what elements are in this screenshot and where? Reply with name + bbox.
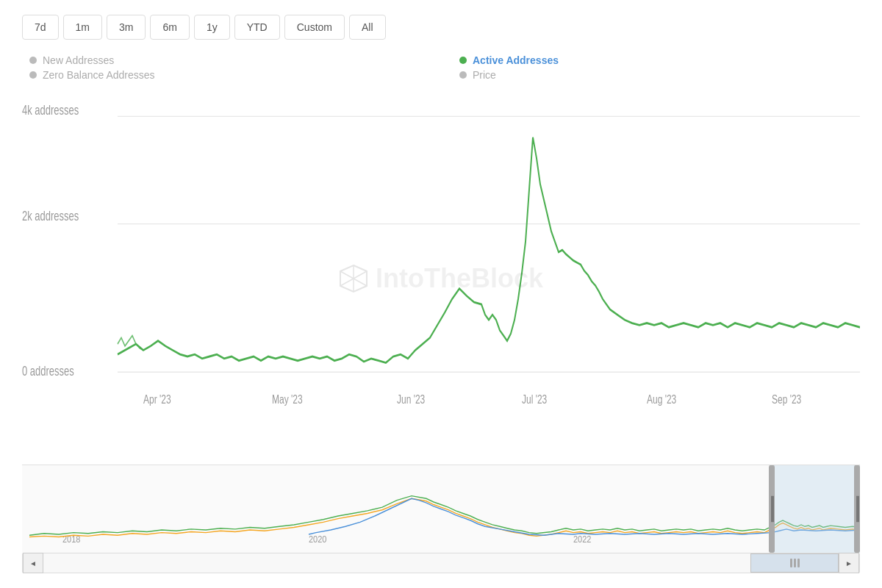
svg-text:2020: 2020 xyxy=(309,534,327,545)
main-chart-svg: 4k addresses 2k addresses 0 addresses Ap… xyxy=(22,96,860,461)
svg-text:0 addresses: 0 addresses xyxy=(22,363,74,378)
legend-dot-zero-balance xyxy=(29,71,37,79)
btn-3m[interactable]: 3m xyxy=(107,15,146,40)
scroll-track xyxy=(43,553,839,573)
svg-text:Sep '23: Sep '23 xyxy=(772,392,801,406)
mini-chart-svg: 2018 2020 2022 xyxy=(22,465,860,553)
handle-bar-3 xyxy=(797,559,800,567)
chart-legend: New Addresses Active Addresses Zero Bala… xyxy=(22,54,860,81)
legend-active-addresses[interactable]: Active Addresses xyxy=(459,54,860,66)
mini-chart-area: 2018 2020 2022 xyxy=(22,465,860,553)
time-range-buttons: 7d 1m 3m 6m 1y YTD Custom All xyxy=(22,15,860,40)
btn-1m[interactable]: 1m xyxy=(63,15,102,40)
scroll-handle xyxy=(790,559,800,567)
svg-rect-20 xyxy=(772,465,860,553)
handle-bar-1 xyxy=(790,559,792,567)
scroll-left-arrow[interactable]: ◄ xyxy=(23,553,43,573)
btn-all[interactable]: All xyxy=(349,15,386,40)
handle-bar-2 xyxy=(794,559,796,567)
svg-text:Jun '23: Jun '23 xyxy=(397,392,425,406)
btn-custom[interactable]: Custom xyxy=(284,15,345,40)
btn-6m[interactable]: 6m xyxy=(150,15,189,40)
main-container: 7d 1m 3m 6m 1y YTD Custom All New Addres… xyxy=(0,0,882,588)
scroll-thumb[interactable] xyxy=(750,553,839,573)
legend-zero-balance[interactable]: Zero Balance Addresses xyxy=(29,69,430,81)
svg-text:2k addresses: 2k addresses xyxy=(22,209,79,223)
svg-text:4k addresses: 4k addresses xyxy=(22,102,79,117)
legend-label-new-addresses: New Addresses xyxy=(43,54,114,66)
legend-dot-price xyxy=(459,71,467,79)
svg-text:Apr '23: Apr '23 xyxy=(143,392,171,406)
svg-text:Jul '23: Jul '23 xyxy=(522,392,547,406)
legend-label-active-addresses: Active Addresses xyxy=(473,54,559,66)
btn-ytd[interactable]: YTD xyxy=(234,15,280,40)
svg-text:2022: 2022 xyxy=(573,534,592,545)
legend-label-price: Price xyxy=(473,69,496,81)
legend-new-addresses[interactable]: New Addresses xyxy=(29,54,430,66)
btn-1y[interactable]: 1y xyxy=(194,15,230,40)
scrollbar: ◄ ► xyxy=(22,553,860,573)
legend-label-zero-balance: Zero Balance Addresses xyxy=(43,69,155,81)
main-chart-area: IntoTheBlock 4k addresses 2k addresses 0… xyxy=(22,96,860,461)
legend-dot-active-addresses xyxy=(459,57,467,64)
scroll-right-arrow[interactable]: ► xyxy=(839,553,859,573)
svg-text:May '23: May '23 xyxy=(272,392,303,406)
btn-7d[interactable]: 7d xyxy=(22,15,59,40)
legend-price[interactable]: Price xyxy=(459,69,860,81)
svg-text:Aug '23: Aug '23 xyxy=(647,392,676,406)
legend-dot-new-addresses xyxy=(29,57,37,64)
